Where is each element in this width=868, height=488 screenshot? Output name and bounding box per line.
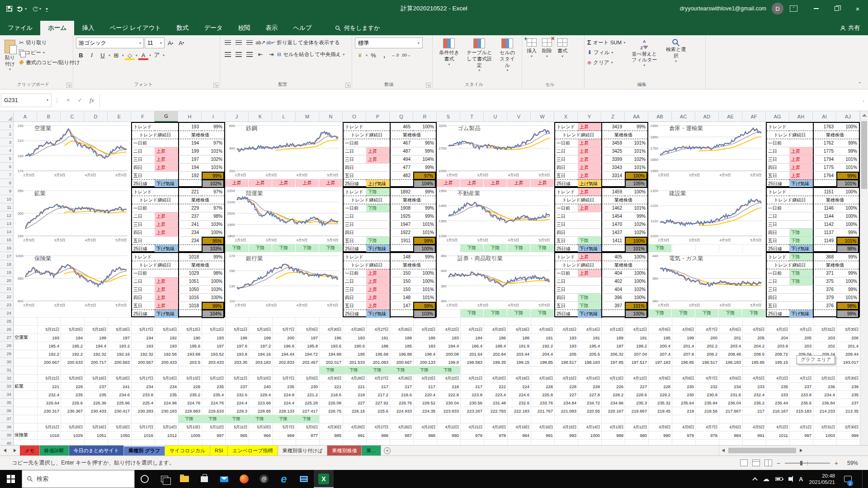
cell[interactable]: 4月15日 <box>554 325 578 333</box>
taskbar-icon-task-view[interactable] <box>155 470 175 488</box>
trend-label[interactable]: トレンド <box>767 123 789 131</box>
fill-color-button[interactable]: ◇ <box>125 50 135 60</box>
cell[interactable]: 236.2 <box>742 399 766 407</box>
day-pct[interactable]: 100% <box>625 277 647 286</box>
cell[interactable]: 5月6日 <box>296 374 319 382</box>
trend-pct[interactable]: 100% <box>836 188 859 196</box>
trend-strip-cell[interactable]: 下降 <box>272 244 296 252</box>
cell[interactable]: 232 <box>695 382 719 390</box>
cell[interactable]: 5月7日 <box>272 325 296 333</box>
cell[interactable]: 207.04 <box>625 350 648 358</box>
day-label[interactable]: 一日前 <box>344 269 366 277</box>
cell-trend-down[interactable]: 下降 <box>202 415 225 423</box>
cell[interactable]: 192.16 <box>108 350 131 358</box>
cell[interactable]: 230 <box>672 390 695 399</box>
day-pct[interactable]: 102% <box>625 229 647 237</box>
column-header-AC[interactable]: AC <box>672 111 695 122</box>
sheet-tab-RSI[interactable]: RSI <box>210 446 228 455</box>
column-header-K[interactable]: K <box>249 111 272 122</box>
cell[interactable]: 195.85 <box>742 358 766 366</box>
cell-styles-button[interactable]: セルのスタイル▾ <box>496 38 519 80</box>
column-header-N[interactable]: N <box>319 111 343 122</box>
cell[interactable]: 237 <box>789 382 813 390</box>
cell[interactable]: 199 <box>249 333 272 342</box>
day-label[interactable]: 一日前 <box>555 269 578 277</box>
cell[interactable]: 200.717 <box>84 358 108 366</box>
cell[interactable]: 196 <box>225 333 249 342</box>
trend-pct[interactable]: 99% <box>413 253 436 261</box>
day-label[interactable]: 一日前 <box>344 204 366 212</box>
cell[interactable]: 202.017 <box>319 358 343 366</box>
cell[interactable]: 233.76 <box>531 399 554 407</box>
day-label[interactable]: 三日 <box>555 155 578 164</box>
day-pct[interactable]: 101% <box>625 164 647 172</box>
day-price[interactable]: 3343 <box>601 164 625 172</box>
cell[interactable]: 195.2 <box>61 342 84 350</box>
cell[interactable]: 206.32 <box>601 350 625 358</box>
day-label[interactable]: 三日 <box>132 155 155 164</box>
day-trend-cell[interactable]: 下げ気味 <box>789 310 813 318</box>
day-trend-cell[interactable]: 上昇 <box>155 294 178 302</box>
cell[interactable]: 195.15 <box>766 358 789 366</box>
cell[interactable]: 186.4 <box>460 342 484 350</box>
trend-strip-cell[interactable]: 上昇 <box>437 179 460 187</box>
cell[interactable]: 4月16日 <box>531 423 554 431</box>
cell[interactable]: 201.4 <box>672 342 695 350</box>
cell[interactable]: 203 <box>789 342 813 350</box>
cell[interactable]: 230.8 <box>695 390 719 399</box>
trend-cell[interactable] <box>366 253 390 261</box>
day-pct[interactable]: 101% <box>413 221 436 229</box>
day-trend-cell[interactable]: 下げ気味 <box>578 310 601 318</box>
cell[interactable]: 199.583 <box>460 358 484 366</box>
column-header-G[interactable]: G <box>155 111 178 122</box>
cell[interactable]: 5月17日 <box>131 423 155 431</box>
cell[interactable]: 204.4 <box>531 350 554 358</box>
day-price[interactable]: 1149 <box>813 237 836 245</box>
cell[interactable]: 228.2 <box>601 390 625 399</box>
trend-price[interactable]: 221 <box>178 188 202 196</box>
cell[interactable]: 217.667 <box>719 407 742 415</box>
day-price[interactable]: 397 <box>601 302 625 310</box>
cell[interactable]: 230.283 <box>131 407 155 415</box>
decrease-indent-button[interactable]: ⇤ <box>255 49 265 59</box>
copy-button[interactable]: コピー▾ <box>19 47 80 57</box>
sub[interactable]: トレンド継続日 <box>555 131 601 139</box>
cell[interactable]: 984 <box>507 431 531 439</box>
expand-formula-bar-button[interactable]: ⌄ <box>859 98 868 103</box>
grid[interactable]: 2302101901702月5日3月5日4月5日5月5日空運業トレンド19399… <box>14 122 860 445</box>
ribbon-tab-ファイル[interactable]: ファイル <box>0 21 40 35</box>
day-pct[interactable]: 99% <box>836 229 859 237</box>
sub[interactable]: トレンド継続日 <box>132 196 178 204</box>
day-price[interactable]: 241 <box>178 221 202 229</box>
cell[interactable]: 1011 <box>766 431 789 439</box>
cell[interactable]: 199 <box>672 333 695 342</box>
cell[interactable]: 235.3 <box>625 399 648 407</box>
day-trend-cell[interactable] <box>789 204 813 212</box>
cell[interactable]: 4月6日 <box>719 374 742 382</box>
cell[interactable]: 191 <box>578 333 601 342</box>
cell[interactable]: 191 <box>366 333 390 342</box>
trend-strip-cell[interactable]: 下降 <box>531 309 554 317</box>
day-pct[interactable]: 100% <box>202 277 224 286</box>
cell[interactable]: 230 <box>296 382 319 390</box>
trend-strip-cell[interactable]: 下降 <box>484 309 507 317</box>
select-all-button[interactable] <box>0 111 14 122</box>
cell[interactable]: 234.72 <box>578 399 601 407</box>
cell[interactable]: 236 <box>813 382 836 390</box>
cell[interactable]: 224.8 <box>272 390 296 399</box>
collapse-ribbon-button[interactable]: ⌃ <box>858 81 868 89</box>
day-pct[interactable]: 100% <box>625 172 647 180</box>
cell[interactable]: 4月9日 <box>648 374 672 382</box>
cell-trend-down[interactable]: 下降 <box>225 415 249 423</box>
day-label[interactable]: 五日 <box>344 237 366 245</box>
namebox-splitter[interactable]: ⋮ <box>54 97 60 103</box>
cell[interactable]: 219.867 <box>625 407 648 415</box>
cell[interactable]: 4月23日 <box>413 325 437 333</box>
trend-pct[interactable]: 100% <box>625 253 647 261</box>
cell[interactable]: 192 <box>155 333 178 342</box>
cell[interactable]: 197.183 <box>648 358 672 366</box>
trend-price[interactable]: 368 <box>813 253 836 261</box>
trend-label[interactable]: トレンド <box>767 253 789 261</box>
cell[interactable]: 186 <box>484 333 507 342</box>
insert-cells-button[interactable]: 挿入▾ <box>525 38 538 80</box>
